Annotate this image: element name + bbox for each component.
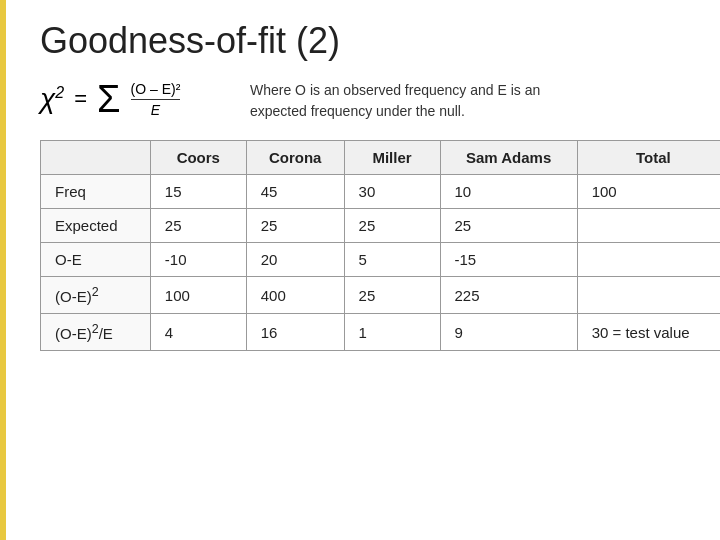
table-row: (O-E)210040025225 [41,277,721,314]
cell-value: 100 [150,277,246,314]
cell-value: -10 [150,243,246,277]
cell-value: -15 [440,243,577,277]
fraction: (O – E)² E [131,81,181,118]
formula-area: χ2 = Σ (O – E)² E [40,80,220,118]
cell-value: 25 [246,209,344,243]
row-label: O-E [41,243,151,277]
cell-value: 400 [246,277,344,314]
page: Goodness-of-fit (2) χ2 = Σ (O – E)² E Wh… [0,0,720,540]
cell-value: 225 [440,277,577,314]
table-header-row: CoorsCoronaMillerSam AdamsTotal [41,141,721,175]
chi-symbol: χ2 [40,83,64,115]
cell-value: 25 [150,209,246,243]
header-coors: Coors [150,141,246,175]
table-row: (O-E)2/E4161930 = test value [41,314,721,351]
cell-value [577,243,720,277]
row-label: Freq [41,175,151,209]
page-title: Goodness-of-fit (2) [40,20,690,62]
cell-value: 25 [344,209,440,243]
table-row: Expected25252525 [41,209,721,243]
table-row: O-E-10205-15 [41,243,721,277]
cell-value: 100 [577,175,720,209]
cell-value: 15 [150,175,246,209]
cell-value: 30 = test value [577,314,720,351]
equals-sign: = [74,86,87,112]
cell-value: 4 [150,314,246,351]
header-empty [41,141,151,175]
cell-value: 45 [246,175,344,209]
header-sam-adams: Sam Adams [440,141,577,175]
chi-formula: χ2 = Σ (O – E)² E [40,80,180,118]
left-accent-bar [0,0,6,540]
table-row: Freq15453010100 [41,175,721,209]
header-total: Total [577,141,720,175]
header-area: χ2 = Σ (O – E)² E Where O is an observed… [40,80,690,122]
cell-value: 5 [344,243,440,277]
row-label: (O-E)2 [41,277,151,314]
data-table: CoorsCoronaMillerSam AdamsTotalFreq15453… [40,140,720,351]
cell-value: 9 [440,314,577,351]
header-miller: Miller [344,141,440,175]
cell-value: 10 [440,175,577,209]
header-corona: Corona [246,141,344,175]
cell-value: 16 [246,314,344,351]
cell-value [577,209,720,243]
cell-value: 25 [344,277,440,314]
numerator: (O – E)² [131,81,181,100]
cell-value: 25 [440,209,577,243]
denominator: E [151,100,160,118]
note-text: Where O is an observed frequency and E i… [250,80,570,122]
cell-value: 30 [344,175,440,209]
cell-value: 1 [344,314,440,351]
cell-value: 20 [246,243,344,277]
sigma-symbol: Σ [97,80,121,118]
row-label: (O-E)2/E [41,314,151,351]
cell-value [577,277,720,314]
row-label: Expected [41,209,151,243]
